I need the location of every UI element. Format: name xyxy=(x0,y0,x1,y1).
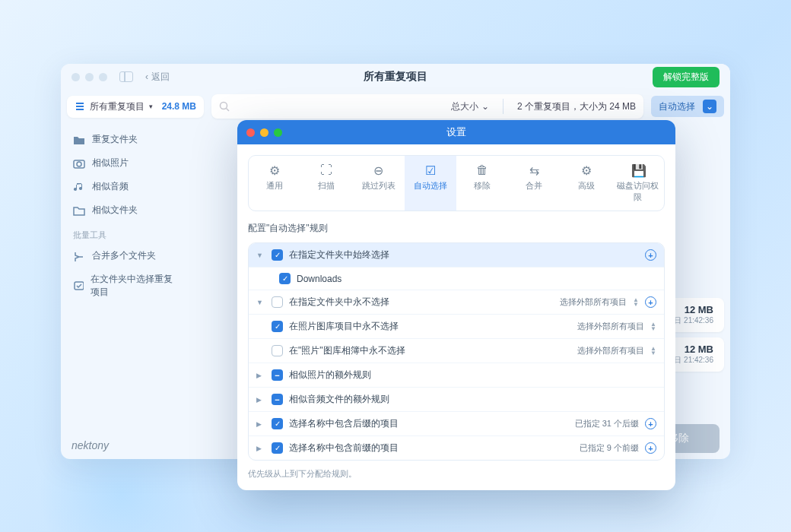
folder-icon xyxy=(73,135,85,145)
chevron-icon[interactable] xyxy=(256,445,265,452)
close-icon[interactable] xyxy=(246,128,255,137)
pill-label: 所有重复项目 xyxy=(90,100,145,113)
auto-select-button[interactable]: 自动选择 ⌄ xyxy=(651,96,724,117)
add-icon[interactable] xyxy=(645,418,656,429)
rule-right: 选择外部所有项目▲▼ xyxy=(577,345,656,356)
modal-traffic-lights[interactable] xyxy=(246,128,282,137)
merge-icon xyxy=(73,251,85,261)
category-pill[interactable]: 所有重复项目 ▾ 24.8 MB xyxy=(67,96,204,118)
rule-row[interactable]: 在指定文件夹中永不选择选择外部所有项目▲▼ xyxy=(249,290,664,314)
rule-right: 已指定 9 个前缀 xyxy=(580,442,656,454)
tab-icon: ⚙ xyxy=(580,163,593,177)
sidebar-item-similar-folders[interactable]: 相似文件夹 xyxy=(70,198,185,222)
rule-row[interactable]: Downloads xyxy=(249,267,664,290)
svg-point-6 xyxy=(77,162,81,166)
checkbox[interactable] xyxy=(272,418,283,429)
checkbox[interactable] xyxy=(272,296,283,308)
maximize-dot[interactable] xyxy=(99,73,107,81)
settings-tab-1[interactable]: ⛶扫描 xyxy=(300,156,352,211)
sidebar-item-similar-audio[interactable]: 相似音频 xyxy=(70,175,185,198)
tab-icon: ☑ xyxy=(424,163,437,177)
rule-right: 选择外部所有项目▲▼ xyxy=(560,296,656,308)
chevron-down-icon[interactable]: ⌄ xyxy=(703,100,716,113)
rule-row[interactable]: 相似音频文件的额外规则 xyxy=(249,387,664,411)
sort-updown-icon[interactable]: ▲▼ xyxy=(650,322,656,331)
checkbox[interactable] xyxy=(272,442,283,454)
tab-icon: ⊖ xyxy=(372,163,386,177)
close-dot[interactable] xyxy=(71,73,80,81)
rule-row[interactable]: 相似照片的额外规则 xyxy=(249,363,664,387)
add-icon[interactable] xyxy=(645,442,656,454)
settings-tab-2[interactable]: ⊖跳过列表 xyxy=(353,156,405,211)
checkbox[interactable] xyxy=(272,369,283,381)
rule-label: 在"照片"图库相簿中永不选择 xyxy=(289,344,571,357)
rule-label: 相似音频文件的额外规则 xyxy=(289,393,656,406)
add-icon[interactable] xyxy=(645,296,656,308)
svg-line-4 xyxy=(227,109,230,112)
rule-row[interactable]: 在"照片"图库相簿中永不选择选择外部所有项目▲▼ xyxy=(249,338,664,363)
checkbox[interactable] xyxy=(279,273,291,284)
settings-tab-4[interactable]: 🗑移除 xyxy=(456,156,508,211)
tab-icon: 💾 xyxy=(631,163,645,177)
chevron-icon[interactable] xyxy=(256,372,265,379)
settings-tab-3[interactable]: ☑自动选择 xyxy=(405,156,456,211)
settings-tab-6[interactable]: ⚙高级 xyxy=(561,156,612,211)
minimize-dot[interactable] xyxy=(85,73,94,81)
divider xyxy=(503,99,504,114)
checkbox[interactable] xyxy=(272,249,283,261)
svg-point-3 xyxy=(221,103,227,109)
tab-icon: 🗑 xyxy=(475,163,489,177)
back-label: 返回 xyxy=(151,71,170,84)
sidebar-item-similar-photos[interactable]: 相似照片 xyxy=(70,151,185,175)
chevron-icon[interactable] xyxy=(256,299,265,306)
settings-tabs: ⚙通用⛶扫描⊖跳过列表☑自动选择🗑移除⇆合并⚙高级💾磁盘访问权限 xyxy=(248,155,665,211)
settings-tab-0[interactable]: ⚙通用 xyxy=(249,156,300,211)
unlock-button[interactable]: 解锁完整版 xyxy=(653,67,720,87)
tab-icon: ⇆ xyxy=(527,163,541,177)
tab-icon: ⛶ xyxy=(319,163,333,177)
chevron-icon[interactable] xyxy=(256,252,265,259)
settings-tab-5[interactable]: ⇆合并 xyxy=(508,156,560,211)
rule-row[interactable]: 在指定文件夹中始终选择 xyxy=(249,243,664,267)
sidebar-tool-select[interactable]: 在文件夹中选择重复项目 xyxy=(70,268,185,304)
rule-row[interactable]: 选择名称中包含前缀的项目已指定 9 个前缀 xyxy=(249,435,664,460)
rule-row[interactable]: 在照片图库项目中永不选择选择外部所有项目▲▼ xyxy=(249,314,664,338)
modal-header: 设置 xyxy=(237,120,675,144)
checkbox[interactable] xyxy=(272,321,283,332)
chevron-icon[interactable] xyxy=(256,420,265,428)
maximize-icon[interactable] xyxy=(274,128,282,137)
settings-modal: 设置 ⚙通用⛶扫描⊖跳过列表☑自动选择🗑移除⇆合并⚙高级💾磁盘访问权限 配置"自… xyxy=(237,120,675,490)
chevron-icon[interactable] xyxy=(256,396,265,404)
add-icon[interactable] xyxy=(645,249,656,261)
back-button[interactable]: ‹ 返回 xyxy=(145,71,170,84)
rule-row[interactable]: 选择名称中包含后缀的项目已指定 31 个后缀 xyxy=(249,411,664,435)
sidebar-item-duplicate-folders[interactable]: 重复文件夹 xyxy=(70,128,185,151)
checkbox[interactable] xyxy=(272,394,283,405)
section-title: 配置"自动选择"规则 xyxy=(248,222,665,235)
chevron-left-icon: ‹ xyxy=(145,71,148,82)
sub-toolbar: 所有重复项目 ▾ 24.8 MB 总大小 ⌄ 2 个重复项目，大小为 24 MB… xyxy=(61,90,730,123)
search-bar[interactable]: 总大小 ⌄ 2 个重复项目，大小为 24 MB xyxy=(211,94,643,119)
rule-right xyxy=(645,249,656,261)
sidebar-tool-merge[interactable]: 合并多个文件夹 xyxy=(70,244,185,268)
rule-label: Downloads xyxy=(297,274,656,284)
music-icon xyxy=(73,182,85,192)
select-icon xyxy=(73,280,84,291)
checkbox[interactable] xyxy=(272,345,283,356)
sort-updown-icon[interactable]: ▲▼ xyxy=(633,298,639,306)
modal-title: 设置 xyxy=(446,125,466,139)
svg-rect-1 xyxy=(76,106,84,107)
settings-tab-7[interactable]: 💾磁盘访问权限 xyxy=(612,156,664,211)
search-icon xyxy=(219,101,230,112)
modal-content: ⚙通用⛶扫描⊖跳过列表☑自动选择🗑移除⇆合并⚙高级💾磁盘访问权限 配置"自动选择… xyxy=(237,144,675,490)
svg-rect-2 xyxy=(76,109,84,110)
sort-updown-icon[interactable]: ▲▼ xyxy=(650,347,656,355)
minimize-icon[interactable] xyxy=(260,128,268,137)
sidebar-toggle-icon[interactable] xyxy=(119,71,133,82)
footer-note: 优先级从上到下分配给规则。 xyxy=(248,468,665,480)
camera-icon xyxy=(73,158,85,169)
rule-right: 已指定 31 个后缀 xyxy=(575,418,656,429)
sort-dropdown[interactable]: 总大小 ⌄ xyxy=(451,100,489,113)
traffic-lights[interactable] xyxy=(71,73,107,81)
folder-heart-icon xyxy=(73,205,85,216)
